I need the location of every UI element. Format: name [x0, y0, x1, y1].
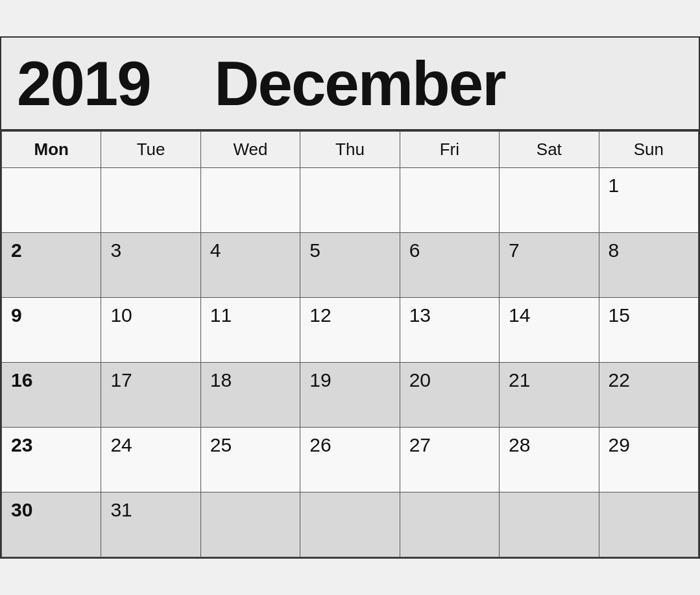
calendar-day-cell[interactable] [500, 492, 599, 557]
calendar-day-cell[interactable]: 25 [200, 428, 300, 492]
calendar-day-cell[interactable]: 31 [101, 492, 200, 557]
day-number: 26 [309, 434, 331, 455]
calendar-day-cell[interactable]: 7 [500, 233, 599, 298]
calendar-day-cell[interactable]: 18 [200, 363, 300, 428]
calendar-day-cell[interactable]: 11 [200, 298, 300, 363]
day-number: 3 [110, 239, 121, 261]
calendar-day-cell[interactable]: 23 [2, 428, 101, 492]
calendar-day-cell[interactable]: 6 [400, 233, 499, 298]
day-number: 14 [509, 304, 530, 326]
day-number: 16 [11, 369, 32, 391]
calendar-day-cell[interactable]: 5 [300, 233, 400, 298]
calendar-day-cell[interactable] [200, 168, 300, 233]
calendar-container: 2019 December MonTueWedThuFriSatSun 1234… [0, 36, 700, 559]
calendar-day-cell[interactable] [400, 168, 499, 233]
day-number: 2 [11, 239, 22, 261]
day-number: 18 [210, 369, 232, 391]
calendar-day-cell[interactable]: 1 [599, 168, 698, 233]
day-number: 30 [11, 499, 32, 520]
calendar-week-row: 16171819202122 [2, 363, 699, 428]
day-number: 20 [409, 369, 431, 391]
day-number: 19 [309, 369, 331, 391]
calendar-week-row: 3031 [2, 492, 699, 557]
weekday-header-wed: Wed [200, 132, 300, 168]
weekday-header-mon: Mon [2, 132, 101, 168]
calendar-day-cell[interactable] [599, 492, 698, 557]
calendar-week-row: 9101112131415 [2, 298, 699, 363]
calendar-day-cell[interactable]: 24 [101, 428, 200, 492]
day-number: 17 [110, 369, 132, 391]
calendar-day-cell[interactable]: 8 [599, 233, 698, 298]
calendar-day-cell[interactable]: 14 [500, 298, 599, 363]
calendar-day-cell[interactable]: 26 [300, 428, 400, 492]
day-number: 29 [609, 434, 630, 455]
day-number: 23 [11, 434, 32, 455]
calendar-day-cell[interactable]: 27 [400, 428, 499, 492]
calendar-day-cell[interactable]: 28 [500, 428, 599, 492]
calendar-day-cell[interactable]: 10 [101, 298, 200, 363]
calendar-day-cell[interactable] [101, 168, 200, 233]
day-number: 27 [409, 434, 431, 455]
weekday-header-row: MonTueWedThuFriSatSun [2, 132, 699, 168]
day-number: 22 [609, 369, 630, 391]
day-number: 4 [210, 239, 221, 261]
day-number: 8 [609, 239, 620, 261]
calendar-day-cell[interactable]: 13 [400, 298, 499, 363]
calendar-day-cell[interactable]: 20 [400, 363, 499, 428]
calendar-day-cell[interactable] [2, 168, 101, 233]
day-number: 24 [110, 434, 132, 455]
calendar-day-cell[interactable]: 30 [2, 492, 101, 557]
calendar-day-cell[interactable]: 3 [101, 233, 200, 298]
calendar-day-cell[interactable]: 21 [500, 363, 599, 428]
day-number: 31 [110, 499, 132, 520]
calendar-day-cell[interactable]: 22 [599, 363, 698, 428]
calendar-day-cell[interactable]: 2 [2, 233, 101, 298]
weekday-header-sat: Sat [500, 132, 599, 168]
day-number: 13 [409, 304, 431, 326]
calendar-day-cell[interactable]: 16 [2, 363, 101, 428]
calendar-day-cell[interactable] [500, 168, 599, 233]
day-number: 7 [509, 239, 520, 261]
calendar-day-cell[interactable]: 15 [599, 298, 698, 363]
calendar-day-cell[interactable]: 17 [101, 363, 200, 428]
day-number: 1 [609, 175, 620, 196]
calendar-day-cell[interactable]: 4 [200, 233, 300, 298]
calendar-day-cell[interactable]: 19 [300, 363, 400, 428]
calendar-day-cell[interactable]: 9 [2, 298, 101, 363]
day-number: 25 [210, 434, 232, 455]
calendar-day-cell[interactable] [400, 492, 499, 557]
calendar-day-cell[interactable] [300, 492, 400, 557]
calendar-year: 2019 [17, 49, 151, 118]
day-number: 5 [309, 239, 320, 261]
weekday-header-sun: Sun [599, 132, 698, 168]
day-number: 28 [509, 434, 530, 455]
day-number: 9 [11, 304, 22, 326]
day-number: 10 [110, 304, 132, 326]
calendar-week-row: 23242526272829 [2, 428, 699, 492]
calendar-grid: MonTueWedThuFriSatSun 123456789101112131… [1, 131, 699, 557]
calendar-header: 2019 December [1, 38, 699, 132]
day-number: 12 [309, 304, 331, 326]
day-number: 21 [509, 369, 530, 391]
calendar-month: December [214, 49, 505, 118]
weekday-header-fri: Fri [400, 132, 499, 168]
calendar-day-cell[interactable]: 29 [599, 428, 698, 492]
weekday-header-tue: Tue [101, 132, 200, 168]
weekday-header-thu: Thu [300, 132, 400, 168]
day-number: 15 [609, 304, 630, 326]
calendar-title: 2019 December [17, 49, 505, 118]
calendar-day-cell[interactable] [300, 168, 400, 233]
calendar-week-row: 2345678 [2, 233, 699, 298]
calendar-day-cell[interactable] [200, 492, 300, 557]
calendar-week-row: 1 [2, 168, 699, 233]
day-number: 11 [210, 304, 232, 326]
calendar-day-cell[interactable]: 12 [300, 298, 400, 363]
day-number: 6 [409, 239, 420, 261]
